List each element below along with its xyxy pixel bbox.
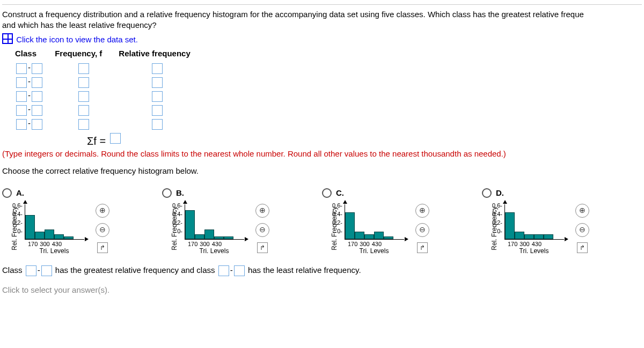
- popout-icon[interactable]: ↱: [97, 242, 108, 253]
- greatest-high-input[interactable]: [41, 265, 52, 276]
- chart-bar: [364, 234, 374, 239]
- chart-bar: [45, 229, 54, 239]
- chart-bar: [345, 212, 355, 239]
- table-row: -: [15, 117, 642, 131]
- option-label: C.: [336, 188, 344, 198]
- chart-bar: [515, 232, 524, 239]
- freq-input[interactable]: [78, 77, 89, 88]
- histogram-chart: Rel. Frequency 0.6- 0.4- 0.2- 0- 1703004…: [2, 202, 99, 255]
- option-radio[interactable]: [2, 188, 12, 198]
- table-row: -: [15, 61, 642, 75]
- table-row: -: [15, 103, 642, 117]
- freq-input[interactable]: [78, 91, 89, 102]
- table-row: -: [15, 75, 642, 89]
- table-header: Class Frequency, f Relative frequency: [15, 48, 642, 59]
- class-low-input[interactable]: [16, 91, 27, 102]
- option-label: B.: [176, 188, 184, 198]
- sum-row: Σf =: [87, 133, 642, 149]
- option-radio[interactable]: [322, 188, 332, 198]
- greatest-low-input[interactable]: [26, 265, 36, 276]
- class-high-input[interactable]: [32, 119, 42, 130]
- freq-input[interactable]: [78, 63, 89, 74]
- class-low-input[interactable]: [16, 105, 27, 116]
- dataset-link[interactable]: Click the icon to view the data set.: [2, 35, 138, 44]
- chart-bar: [195, 234, 204, 239]
- chart-bar: [374, 232, 384, 239]
- table-row: -: [15, 89, 642, 103]
- sum-input[interactable]: [110, 133, 121, 144]
- relfreq-input[interactable]: [152, 63, 163, 74]
- question-text: Construct a frequency distribution and a…: [2, 9, 642, 31]
- chart-bar: [204, 229, 214, 239]
- class-low-input[interactable]: [16, 77, 27, 88]
- table-icon: [2, 33, 13, 44]
- relfreq-input[interactable]: [152, 77, 163, 88]
- least-high-input[interactable]: [234, 265, 245, 276]
- chart-bar: [355, 232, 364, 239]
- histogram-chart: Rel. Frequency 0.6- 0.4- 0.2- 0- 1703004…: [162, 202, 259, 255]
- class-low-input[interactable]: [16, 63, 27, 74]
- chart-bar: [505, 212, 515, 239]
- popout-icon[interactable]: ↱: [417, 242, 428, 253]
- chart-bar: [224, 236, 233, 239]
- popout-icon[interactable]: ↱: [577, 242, 588, 253]
- class-high-input[interactable]: [32, 91, 42, 102]
- type-instructions: (Type integers or decimals. Round the cl…: [2, 149, 642, 159]
- class-high-input[interactable]: [32, 63, 42, 74]
- option-radio[interactable]: [162, 188, 172, 198]
- relfreq-input[interactable]: [152, 91, 163, 102]
- footer-message: Click to select your answer(s).: [2, 285, 642, 295]
- chart-bar: [384, 236, 393, 239]
- option-label: A.: [16, 188, 24, 198]
- option-label: D.: [496, 188, 504, 198]
- chart-bar: [185, 210, 195, 239]
- chart-bar: [25, 215, 35, 239]
- chart-bar: [64, 236, 74, 239]
- histogram-chart: Rel. Frequency 0.6- 0.4- 0.2- 0- 1703004…: [482, 202, 579, 255]
- chart-bar: [534, 234, 544, 239]
- choose-prompt: Choose the correct relative frequency hi…: [2, 166, 642, 176]
- histogram-chart: Rel. Frequency 0.6- 0.4- 0.2- 0- 1703004…: [322, 202, 419, 255]
- final-sentence: Class - has the greatest relative freque…: [2, 265, 642, 276]
- class-high-input[interactable]: [32, 105, 42, 116]
- relfreq-input[interactable]: [152, 105, 163, 116]
- chart-bar: [524, 234, 534, 239]
- option-radio[interactable]: [482, 188, 492, 198]
- chart-bar: [54, 234, 64, 239]
- class-low-input[interactable]: [16, 119, 27, 130]
- least-low-input[interactable]: [218, 265, 229, 276]
- freq-input[interactable]: [78, 105, 89, 116]
- relfreq-input[interactable]: [152, 119, 163, 130]
- freq-input[interactable]: [78, 119, 89, 130]
- popout-icon[interactable]: ↱: [257, 242, 268, 253]
- class-high-input[interactable]: [32, 77, 42, 88]
- chart-bar: [214, 236, 224, 239]
- chart-bar: [544, 234, 553, 239]
- chart-bar: [35, 232, 45, 239]
